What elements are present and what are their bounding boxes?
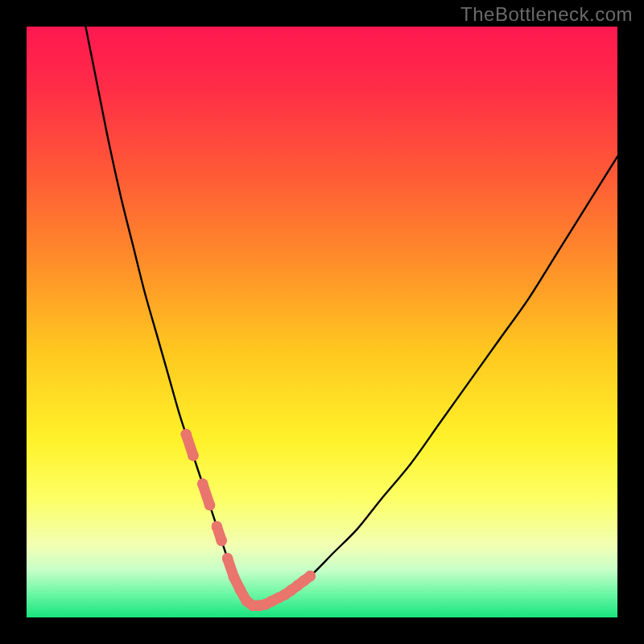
watermark-text: TheBottleneck.com [460, 3, 633, 26]
gradient-background [27, 27, 617, 617]
outer-frame: TheBottleneck.com [0, 0, 644, 644]
chart-svg [27, 27, 617, 617]
highlight-dot [188, 450, 199, 461]
highlight-dot [305, 571, 316, 582]
highlight-dot [216, 535, 227, 547]
highlight-dot [204, 500, 216, 511]
plot-area [27, 27, 617, 617]
